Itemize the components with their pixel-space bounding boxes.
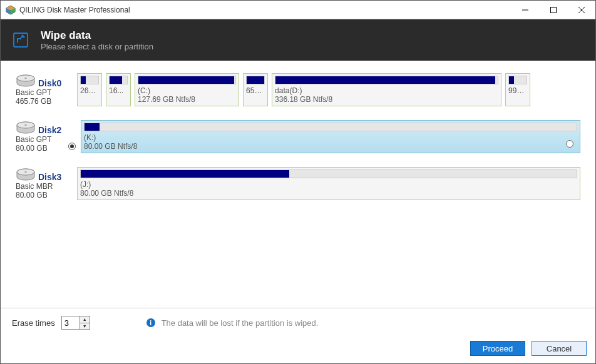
usage-bar [138, 76, 236, 84]
partition-size: 80.00 GB Ntfs/8 [80, 189, 577, 198]
partition-letter: (C:) [138, 86, 236, 95]
app-icon [6, 5, 16, 15]
disk-row: Disk2Basic GPT80.00 GB(K:)80.00 GB Ntfs/… [16, 120, 580, 153]
disk-row: Disk0Basic GPT465.76 GB260...16...(C:)12… [16, 73, 580, 106]
partition[interactable]: (K:)80.00 GB Ntfs/8 [81, 120, 580, 153]
erase-times-input[interactable] [62, 316, 80, 329]
partition[interactable]: 995... [505, 73, 530, 106]
disk-name: Disk2 [38, 125, 73, 135]
minimize-button[interactable] [511, 1, 539, 19]
svg-rect-8 [14, 33, 28, 47]
maximize-button[interactable] [539, 1, 567, 19]
usage-bar [246, 76, 265, 84]
erase-times-down[interactable]: ▼ [80, 323, 90, 330]
partition[interactable]: 653... [243, 73, 268, 106]
disk-scheme: Basic GPT [16, 88, 73, 97]
disk-size: 80.00 GB [16, 191, 48, 200]
erase-times-label: Erase times [12, 318, 55, 328]
disk-icon [16, 121, 36, 135]
partition[interactable]: (J:)80.00 GB Ntfs/8 [77, 167, 580, 200]
disk-list: Disk0Basic GPT465.76 GB260...16...(C:)12… [1, 61, 595, 317]
usage-bar [109, 76, 128, 84]
svg-point-11 [24, 78, 27, 79]
warning-text: The data will be lost if the partition i… [162, 318, 319, 328]
disk-size: 465.76 GB [16, 97, 51, 106]
disk-size: 80.00 GB [16, 144, 48, 153]
partition-letter: data(D:) [275, 86, 498, 95]
page-title: Wipe data [41, 29, 153, 42]
usage-bar [80, 169, 577, 178]
partition-size: 80.00 GB Ntfs/8 [84, 142, 577, 151]
usage-bar [275, 76, 498, 84]
erase-times-up[interactable]: ▲ [80, 316, 90, 323]
footer: Erase times ▲ ▼ i The data will be lost … [1, 308, 595, 363]
usage-bar [80, 76, 99, 84]
partition-size: 260... [80, 86, 99, 95]
svg-point-14 [24, 124, 27, 126]
disk-name: Disk3 [38, 172, 73, 182]
partition[interactable]: 260... [77, 73, 102, 106]
svg-rect-5 [550, 7, 556, 13]
disk-icon [16, 168, 36, 182]
window-title: QILING Disk Master Professional [19, 6, 511, 14]
erase-times-spinner[interactable]: ▲ ▼ [61, 316, 90, 330]
disk-scheme: Basic MBR [16, 182, 73, 191]
disk-scheme: Basic GPT [16, 135, 73, 144]
page-subtitle: Please select a disk or partition [41, 42, 153, 51]
title-bar: QILING Disk Master Professional [1, 1, 595, 19]
disk-radio[interactable] [68, 143, 76, 150]
disk-name: Disk0 [38, 78, 73, 88]
proceed-button[interactable]: Proceed [470, 341, 525, 356]
usage-bar [84, 123, 577, 131]
partition[interactable]: (C:)127.69 GB Ntfs/8 [135, 73, 239, 106]
page-header: Wipe data Please select a disk or partit… [1, 19, 595, 61]
partition-size: 653... [246, 86, 265, 95]
cancel-button[interactable]: Cancel [532, 341, 587, 356]
disk-row: Disk3Basic MBR80.00 GB(J:)80.00 GB Ntfs/… [16, 167, 580, 200]
partition-size: 336.18 GB Ntfs/8 [275, 95, 498, 104]
partition-radio[interactable] [566, 140, 573, 148]
svg-point-17 [24, 171, 27, 173]
partition-size: 127.69 GB Ntfs/8 [138, 95, 236, 104]
partition-letter: (K:) [84, 133, 577, 142]
partition[interactable]: 16... [106, 73, 131, 106]
close-button[interactable] [567, 1, 595, 19]
disk-icon [16, 74, 36, 88]
wipe-icon [12, 31, 29, 49]
partition[interactable]: data(D:)336.18 GB Ntfs/8 [272, 73, 501, 106]
partition-letter: (J:) [80, 180, 577, 189]
info-icon: i [146, 318, 155, 327]
usage-bar [508, 76, 527, 84]
partition-size: 995... [508, 86, 527, 95]
partition-size: 16... [109, 86, 128, 95]
